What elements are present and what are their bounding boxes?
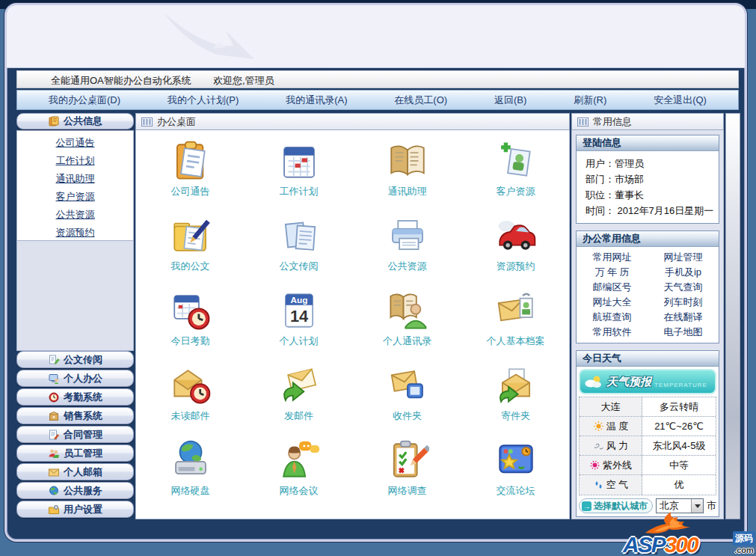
sidebar-link-company-notice[interactable]: 公司通告 bbox=[17, 134, 133, 152]
desktop-item-send-mail[interactable]: 发邮件 bbox=[245, 362, 353, 437]
desktop-item-label: 网络会议 bbox=[280, 484, 319, 498]
watermark-text: ASP 300 bbox=[623, 534, 698, 556]
desktop-item-doc-circulation[interactable]: 公文传阅 bbox=[245, 213, 353, 287]
sidebar-button-personal-mailbox[interactable]: 个人邮箱 bbox=[16, 463, 134, 480]
menu-item-contacts[interactable]: 我的通讯录(A) bbox=[286, 94, 347, 107]
sidebar-link-contact-assistant[interactable]: 通讯助理 bbox=[17, 170, 133, 188]
sidebar-button-label: 公共服务 bbox=[64, 484, 102, 498]
folder-pen-icon bbox=[169, 213, 212, 257]
common-link[interactable]: 万 年 历 bbox=[577, 265, 648, 280]
sidebar-button-label: 合同管理 bbox=[64, 428, 102, 442]
wind-icon bbox=[593, 440, 604, 451]
desktop-item-label: 发邮件 bbox=[284, 409, 313, 423]
office-common-links: 常用网址 网址管理 万 年 历 手机及ip 邮编区号 天气查询 网址大全 列车时… bbox=[577, 247, 719, 343]
desktop-item-unread-mail[interactable]: 未读邮件 bbox=[136, 362, 245, 437]
menu-item-online-staff[interactable]: 在线员工(O) bbox=[394, 94, 447, 107]
desktop-item-inbox[interactable]: 收件夹 bbox=[353, 362, 461, 437]
desktop-item-label: 个人计划 bbox=[280, 334, 319, 348]
common-link[interactable]: 在线翻译 bbox=[648, 310, 719, 325]
desktop-item-net-meeting[interactable]: 网络会议 bbox=[245, 437, 353, 512]
sidebar-button-user-settings[interactable]: 用户设置 bbox=[16, 501, 134, 518]
desktop-item-contact-assistant[interactable]: 通讯助理 bbox=[353, 138, 461, 213]
common-link[interactable]: 常用网址 bbox=[577, 250, 648, 265]
common-link[interactable]: 手机及ip bbox=[648, 265, 719, 280]
desktop-item-net-survey[interactable]: 网络调查 bbox=[353, 437, 461, 512]
sidebar-button-attendance-system[interactable]: 考勤系统 bbox=[16, 388, 134, 406]
common-link[interactable]: 天气查询 bbox=[648, 280, 719, 295]
desktop-item-outbox[interactable]: 寄件夹 bbox=[461, 362, 570, 437]
forum-icon bbox=[494, 437, 538, 482]
sidebar-link-public-resource[interactable]: 公共资源 bbox=[17, 206, 133, 224]
books-icon bbox=[48, 115, 60, 127]
sidebar-section-label: 公共信息 bbox=[64, 114, 102, 128]
watermark-asp: ASP bbox=[623, 534, 665, 556]
desktop-item-personal-plan[interactable]: Aug 14 个人计划 bbox=[245, 287, 353, 362]
desktop-item-resource-booking[interactable]: 资源预约 bbox=[461, 213, 570, 287]
sidebar-button-staff-management[interactable]: 员工管理 bbox=[16, 445, 134, 462]
sidebar-section-public-info[interactable]: 公共信息 bbox=[16, 113, 134, 129]
clock-icon bbox=[48, 391, 60, 403]
desktop-item-forum[interactable]: 交流论坛 bbox=[461, 437, 570, 512]
login-user: 用户：管理员 bbox=[586, 156, 719, 171]
common-link[interactable]: 常用软件 bbox=[577, 325, 648, 340]
sidebar-button-doc-circulation[interactable]: 公文传阅 bbox=[16, 351, 134, 368]
sidebar-button-personal-office[interactable]: 个人办公 bbox=[16, 370, 134, 387]
sidebar-link-resource-booking[interactable]: 资源预约 bbox=[17, 224, 133, 242]
svg-text:14: 14 bbox=[289, 307, 307, 326]
weather-condition: 多云转晴 bbox=[642, 397, 716, 416]
chevron-down-icon bbox=[695, 504, 701, 508]
printer-icon bbox=[386, 213, 429, 257]
watermark-com: .com bbox=[733, 546, 755, 555]
common-link[interactable]: 网址管理 bbox=[648, 250, 719, 265]
common-link[interactable]: 列车时刻 bbox=[648, 295, 719, 310]
menu-item-office-desktop[interactable]: 我的办公桌面(D) bbox=[49, 94, 120, 107]
desktop-item-network-disk[interactable]: 网络硬盘 bbox=[136, 437, 245, 512]
left-sidebar: 公共信息 公司通告 工作计划 通讯助理 客户资源 公共资源 资源预约 公文传阅 bbox=[16, 113, 134, 519]
desktop-item-label: 工作计划 bbox=[280, 185, 319, 198]
desktop-item-work-plan[interactable]: 工作计划 bbox=[245, 138, 353, 213]
sidebar-button-contract-management[interactable]: 合同管理 bbox=[16, 426, 134, 443]
sidebar-link-work-plan[interactable]: 工作计划 bbox=[17, 152, 133, 170]
sidebar-button-label: 个人邮箱 bbox=[64, 465, 102, 479]
common-link[interactable]: 航班查询 bbox=[577, 310, 648, 325]
desktop-item-personal-contacts[interactable]: 个人通讯录 bbox=[353, 287, 461, 362]
desktop-item-public-resource[interactable]: 公共资源 bbox=[353, 213, 461, 287]
sidebar-button-label: 个人办公 bbox=[64, 372, 102, 385]
sidebar-button-public-service[interactable]: 公共服务 bbox=[16, 482, 134, 499]
desktop-item-my-documents[interactable]: 我的公文 bbox=[136, 213, 245, 287]
watermark-300: 300 bbox=[665, 534, 698, 556]
monitor-person-icon bbox=[48, 373, 60, 385]
cloud-sun-icon bbox=[584, 374, 603, 389]
sun-icon bbox=[593, 421, 604, 432]
menu-item-personal-plan[interactable]: 我的个人计划(P) bbox=[168, 94, 239, 107]
desktop-item-today-attendance[interactable]: 今日考勤 bbox=[136, 287, 245, 362]
menu-item-refresh[interactable]: 刷新(R) bbox=[574, 94, 606, 107]
desktop-item-personal-profile[interactable]: 个人基本档案 bbox=[461, 287, 570, 362]
meeting-icon bbox=[277, 437, 321, 482]
desktop-item-label: 收件夹 bbox=[393, 409, 422, 423]
document-pencil-icon bbox=[48, 354, 60, 366]
sidebar-button-label: 公文传阅 bbox=[64, 353, 102, 367]
asp300-watermark-logo: ASP 300 源码 .com bbox=[620, 513, 755, 556]
desktop-item-company-notice[interactable]: 公司通告 bbox=[136, 138, 245, 213]
sidebar-button-sales-system[interactable]: 销售系统 bbox=[16, 407, 134, 424]
desktop-item-label: 通讯助理 bbox=[388, 185, 427, 198]
package-icon bbox=[48, 410, 60, 422]
desktop-item-label: 今日考勤 bbox=[171, 334, 210, 348]
menu-item-back[interactable]: 返回(B) bbox=[494, 94, 526, 107]
calendar-clock-icon bbox=[169, 287, 212, 332]
office-common-header: 办公常用信息 bbox=[577, 231, 719, 247]
desktop-item-customer-resource[interactable]: 客户资源 bbox=[461, 138, 570, 213]
menu-item-logout[interactable]: 安全退出(Q) bbox=[654, 94, 707, 107]
sidebar-link-customer-resource[interactable]: 客户资源 bbox=[17, 188, 133, 206]
common-link[interactable]: 网址大全 bbox=[577, 295, 648, 310]
swoosh-arrow-graphic bbox=[160, 10, 257, 68]
common-link[interactable]: 邮编区号 bbox=[577, 280, 648, 295]
choose-default-city-label: 选择默认城市 bbox=[594, 500, 648, 513]
common-link[interactable]: 电子地图 bbox=[648, 325, 719, 340]
weather-forecast-banner: 天气预报 TEMPERATURE bbox=[579, 369, 716, 394]
desktop-item-label: 网络调查 bbox=[388, 484, 427, 498]
window-title-band bbox=[7, 5, 745, 68]
contract-pen-icon bbox=[48, 429, 60, 441]
watermark-yuanma: 源码 bbox=[733, 531, 755, 546]
